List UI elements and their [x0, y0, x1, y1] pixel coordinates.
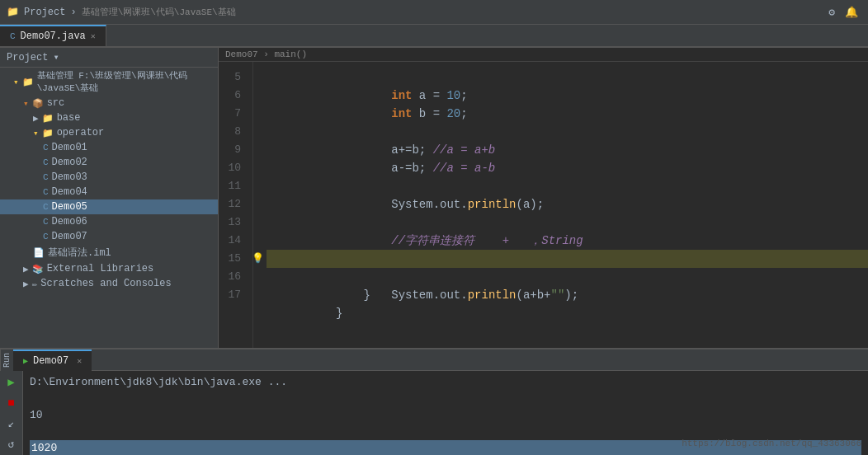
code-line-10	[267, 159, 868, 177]
top-bar-chevron: ›	[70, 7, 76, 18]
sidebar-item-src[interactable]: ▾ 📦 src	[0, 96, 218, 110]
linenum-15: 15	[222, 250, 246, 268]
linenum-10: 10	[222, 159, 246, 177]
sidebar-item-demo03[interactable]: C Demo03	[0, 170, 218, 185]
top-bar-icons: ⚙ 🔔	[825, 6, 861, 19]
linenum-11: 11	[222, 177, 246, 195]
src-icon: 📦	[32, 98, 44, 109]
breadcrumb: Demo07 › main()	[219, 48, 868, 62]
iml-icon: 📄	[33, 247, 45, 258]
folder-open-icon: 📁	[22, 77, 34, 87]
demo01-icon: C	[43, 143, 49, 152]
base-folder-icon: 📁	[42, 113, 54, 124]
linenum-8: 8	[222, 123, 246, 141]
run-step-button[interactable]: ↙	[3, 415, 20, 431]
bottom-panel: Run ▶ Demo07 ✕ ▶ ■ ↙ ↺ D:\Environment\jd…	[0, 348, 868, 455]
code-line-7	[267, 105, 868, 123]
sidebar-item-demo05[interactable]: C Demo05	[0, 199, 218, 214]
code-line-8: a+=b; //a = a+b	[267, 123, 868, 141]
sidebar-item-base[interactable]: ▶ 📁 base	[0, 110, 218, 125]
l17-code: }	[336, 307, 342, 320]
editor-container[interactable]: 5 6 7 8 9 10 11 12 13 14 15 16 17 int a …	[219, 62, 868, 348]
top-bar-left: 📁 Project › 基础管理\网课班\代码\JavaSE\基础	[7, 6, 236, 18]
run-stop-button[interactable]: ■	[3, 395, 20, 410]
notification-icon[interactable]: 🔔	[842, 6, 861, 19]
settings-icon[interactable]: ⚙	[825, 6, 838, 19]
run-icon-small: ▶	[23, 356, 28, 366]
operator-chevron-icon: ▾	[33, 128, 39, 138]
code-line-17: }	[267, 286, 868, 304]
linenum-12: 12	[222, 195, 246, 213]
sidebar-item-demo01[interactable]: C Demo01	[0, 140, 218, 155]
src-chevron-icon: ▾	[23, 98, 29, 109]
linenum-5: 5	[222, 68, 246, 87]
tab-file-icon: C	[10, 31, 16, 41]
code-line-16: }	[267, 268, 868, 286]
sidebar-item-demo07[interactable]: C Demo07	[0, 229, 218, 244]
run-play-button[interactable]: ▶	[3, 374, 20, 390]
sidebar-item-base-path[interactable]: ▾ 📁 基础管理 F:\班级管理\网课班\代码\JavaSE\基础	[0, 68, 218, 96]
code-line-14: System.out.println(""+a+b);	[267, 232, 868, 250]
output-text: D:\Environment\jdk8\jdk\bin\java.exe ...…	[23, 371, 868, 455]
output-line-10: 10	[30, 407, 861, 424]
code-line-12	[267, 195, 868, 213]
tab-close-icon[interactable]: ✕	[91, 31, 96, 41]
linenum-14: 14	[222, 232, 246, 250]
code-line-13: //字符串连接符 + ，String	[267, 213, 868, 232]
scratches-label: Scratches and Consoles	[40, 278, 171, 289]
sidebar-item-demo02[interactable]: C Demo02	[0, 155, 218, 170]
sidebar-item-demo04[interactable]: C Demo04	[0, 185, 218, 199]
code-line-6: int b = 20;	[267, 87, 868, 105]
line-numbers: 5 6 7 8 9 10 11 12 13 14 15 16 17	[219, 62, 253, 348]
run-rerun-button[interactable]: ↺	[3, 436, 20, 452]
demo03-icon: C	[43, 172, 49, 182]
watermark: https://blog.csdn.net/qq_43363066	[682, 435, 861, 452]
bottom-tab-close[interactable]: ✕	[77, 356, 82, 366]
code-area: Demo07 › main() 5 6 7 8 9 10 11 12 13 14…	[219, 48, 868, 348]
demo05-icon: C	[43, 202, 49, 212]
sidebar-item-operator[interactable]: ▾ 📁 operator	[0, 125, 218, 140]
bottom-tab-demo07[interactable]: ▶ Demo07 ✕	[13, 349, 92, 371]
output-line-exec: D:\Environment\jdk8\jdk\bin\java.exe ...	[30, 374, 861, 391]
run-output: ▶ ■ ↙ ↺ D:\Environment\jdk8\jdk\bin\java…	[0, 371, 868, 455]
demo06-label: Demo06	[52, 216, 87, 228]
project-label[interactable]: Project	[24, 7, 65, 18]
demo02-label: Demo02	[52, 157, 87, 168]
sidebar-item-demo06[interactable]: C Demo06	[0, 214, 218, 229]
sidebar-item-basicgrammar[interactable]: 📄 基础语法.iml	[0, 244, 218, 261]
folder-icon: ▾	[13, 77, 19, 87]
code-line-5: int a = 10;	[267, 68, 868, 87]
bulb-icon[interactable]: 💡	[253, 250, 264, 268]
base-chevron-icon: ▶	[33, 113, 39, 124]
sidebar-chevron: ▾	[53, 51, 59, 63]
sidebar-item-external-libs[interactable]: ▶ 📚 External Libraries	[0, 261, 218, 276]
linenum-13: 13	[222, 213, 246, 232]
demo05-label: Demo05	[52, 201, 87, 213]
tab-demo07[interactable]: C Demo07.java ✕	[0, 25, 106, 46]
demo07-label: Demo07	[52, 231, 87, 242]
project-icon: 📁	[7, 6, 19, 18]
demo06-icon: C	[43, 217, 49, 227]
demo02-icon: C	[43, 157, 49, 167]
bottom-tabs: Run ▶ Demo07 ✕	[0, 349, 868, 371]
code-lines[interactable]: int a = 10; int b = 20; a+=b; //a = a+b …	[253, 62, 868, 348]
linenum-16: 16	[222, 268, 246, 286]
code-line-15: 💡 System.out.println(a+b+"");	[267, 250, 868, 268]
basicgrammar-label: 基础语法.iml	[48, 246, 111, 260]
sidebar-title: Project	[7, 52, 48, 63]
linenum-17: 17	[222, 286, 246, 304]
demo04-icon: C	[43, 187, 49, 197]
linenum-9: 9	[222, 141, 246, 159]
tab-bar: C Demo07.java ✕	[0, 25, 868, 48]
path-label: 基础管理\网课班\代码\JavaSE\基础	[82, 6, 236, 18]
run-sidebar: ▶ ■ ↙ ↺	[0, 371, 23, 455]
demo03-label: Demo03	[52, 171, 87, 183]
src-label: src	[47, 97, 65, 109]
sidebar: Project ▾ ▾ 📁 基础管理 F:\班级管理\网课班\代码\JavaSE…	[0, 48, 219, 348]
sidebar-item-scratches[interactable]: ▶ ✏ Scratches and Consoles	[0, 276, 218, 291]
base-label: base	[57, 112, 81, 124]
demo01-label: Demo01	[52, 142, 87, 153]
bottom-tab-label: Demo07	[33, 355, 68, 367]
run-vertical-tab: Run	[0, 349, 13, 371]
top-bar: 📁 Project › 基础管理\网课班\代码\JavaSE\基础 ⚙ 🔔	[0, 0, 868, 25]
